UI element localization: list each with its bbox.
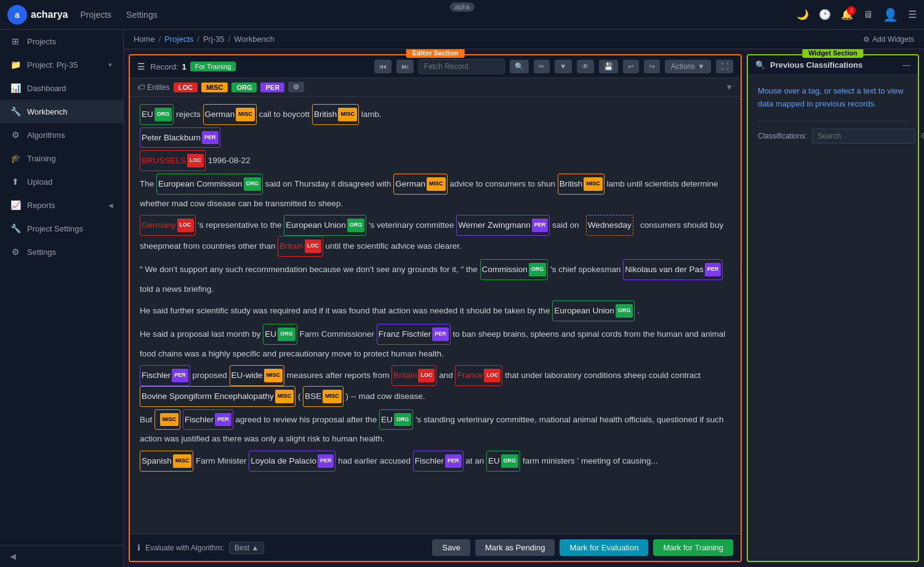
undo-btn[interactable]: ↩ bbox=[623, 60, 639, 73]
sidebar-item-training[interactable]: 🎓 Training bbox=[0, 147, 123, 170]
sidebar-item-dashboard[interactable]: 📊 Dashboard bbox=[0, 76, 123, 100]
entity-european-commission-org[interactable]: European CommissionORG bbox=[156, 174, 263, 195]
editor-section: Editor Section ☰ Record: 1 For Training … bbox=[129, 54, 742, 562]
sidebar-item-project-prj35[interactable]: 📁 Project: Prj-35 ▼ bbox=[0, 53, 123, 76]
settings-icon: ⚙ bbox=[10, 246, 21, 257]
entity-commission-org[interactable]: CommissionORG bbox=[480, 259, 548, 280]
entity-fischler-per2[interactable]: FischlerPER bbox=[183, 409, 233, 430]
widget-section-label: Widget Section bbox=[802, 49, 863, 58]
entity-fischler-per1[interactable]: FischlerPER bbox=[140, 365, 190, 386]
sidebar-item-workbench[interactable]: 🔧 Workbench bbox=[0, 100, 123, 123]
entity-british-misc1[interactable]: BritishMISC bbox=[312, 104, 359, 125]
entity-eu-org2[interactable]: EUORG bbox=[263, 324, 297, 345]
edit-btn[interactable]: ✏ bbox=[534, 60, 550, 73]
entity-bse-full-misc[interactable]: Bovine Spongiform EncephalopathyMISC bbox=[140, 386, 295, 407]
mark-eval-btn[interactable]: Mark for Evaluation bbox=[560, 539, 648, 556]
entity-eu-org1[interactable]: EUORG bbox=[140, 104, 174, 125]
tag-per[interactable]: PER bbox=[260, 82, 284, 92]
sidebar-item-settings[interactable]: ⚙ Settings bbox=[0, 240, 123, 263]
entity-german-misc1[interactable]: GermanMISC bbox=[203, 104, 257, 125]
entity-werner-per[interactable]: Werner ZwingmannPER bbox=[456, 215, 550, 236]
panels: Editor Section ☰ Record: 1 For Training … bbox=[124, 49, 924, 567]
tag-misc[interactable]: MISC bbox=[201, 82, 228, 92]
hamburger-icon[interactable]: ☰ bbox=[908, 9, 917, 20]
notification-bell[interactable]: 🔔 2 bbox=[841, 9, 853, 20]
tag-loc[interactable]: LOC bbox=[174, 82, 198, 92]
eye-btn[interactable]: 👁 bbox=[577, 60, 594, 73]
mark-train-btn[interactable]: Mark for Training bbox=[653, 539, 733, 556]
text-line-6: " We don't support any such recommendati… bbox=[140, 259, 731, 298]
algo-select-btn[interactable]: Best ▲ bbox=[229, 542, 264, 554]
entity-spanish-misc[interactable]: SpanishMISC bbox=[140, 451, 193, 472]
prev-record-btn[interactable]: ⏮ bbox=[374, 60, 392, 73]
classifications-search-input[interactable] bbox=[812, 129, 915, 143]
entity-european-union-org1[interactable]: European UnionORG bbox=[284, 215, 366, 236]
actions-btn[interactable]: Actions ▼ bbox=[665, 60, 711, 73]
alpha-badge: alpha bbox=[449, 2, 474, 12]
text-line-4: The European CommissionORG said on Thurs… bbox=[140, 174, 731, 212]
entity-franz-per[interactable]: Franz FischlerPER bbox=[377, 324, 451, 345]
save-icon-btn[interactable]: 💾 bbox=[599, 60, 618, 73]
clock-icon[interactable]: 🕐 bbox=[819, 9, 831, 20]
sidebar-item-reports[interactable]: 📈 Reports ◀ bbox=[0, 193, 123, 217]
sidebar-item-projects[interactable]: ⊞ Projects bbox=[0, 30, 123, 53]
widget-hint: Mouse over a tag, or select a text to vi… bbox=[758, 85, 908, 111]
entity-britain-loc2[interactable]: BritainLOC bbox=[392, 365, 436, 386]
reports-icon: 📈 bbox=[10, 199, 21, 211]
entity-german-misc2[interactable]: GermanMISC bbox=[393, 174, 447, 195]
search-filter-icon[interactable]: ⚙ bbox=[920, 131, 924, 140]
tags-collapse[interactable]: ▼ bbox=[725, 82, 733, 92]
sidebar-item-upload[interactable]: ⬆ Upload bbox=[0, 170, 123, 193]
entity-british-misc2[interactable]: BritishMISC bbox=[558, 174, 605, 195]
nav-settings[interactable]: Settings bbox=[126, 10, 158, 20]
widget-section: Widget Section 🔍 Previous Classification… bbox=[747, 54, 919, 562]
entity-eu-wide-misc[interactable]: EU-wideMISC bbox=[230, 365, 285, 386]
entity-peter-blackburn-per[interactable]: Peter BlackburnPER bbox=[140, 127, 220, 148]
info-icon: ℹ bbox=[137, 543, 140, 552]
widget-collapse-btn[interactable]: — bbox=[902, 60, 910, 70]
entity-wednesday-unk[interactable]: Wednesday bbox=[586, 215, 633, 236]
sidebar-collapse-btn[interactable]: ◀ bbox=[0, 545, 123, 567]
breadcrumb-projects[interactable]: Projects bbox=[164, 34, 193, 44]
user-avatar[interactable]: 👤 bbox=[883, 7, 898, 22]
entity-britain-loc1[interactable]: BritainLOC bbox=[278, 236, 323, 257]
project-chevron: ▼ bbox=[107, 62, 113, 68]
reports-chevron: ◀ bbox=[108, 202, 113, 209]
screen-icon[interactable]: 🖥 bbox=[863, 9, 873, 20]
fetch-record-input[interactable] bbox=[419, 59, 505, 74]
sidebar-item-algorithms[interactable]: ⚙ Algorithms bbox=[0, 123, 123, 147]
entity-eu-org3[interactable]: EUORG bbox=[379, 409, 413, 430]
save-btn[interactable]: Save bbox=[432, 539, 470, 556]
dark-mode-icon[interactable]: 🌙 bbox=[797, 9, 809, 20]
sidebar-label-project-settings: Project Settings bbox=[27, 224, 83, 233]
search-record-btn[interactable]: 🔍 bbox=[510, 60, 529, 73]
sidebar-label-training: Training bbox=[27, 154, 55, 163]
entity-but-misc[interactable]: MISC bbox=[155, 409, 180, 430]
entity-nikolaus-per[interactable]: Nikolaus van der PasPER bbox=[623, 259, 723, 280]
entity-fischler-per3[interactable]: FischlerPER bbox=[413, 451, 464, 472]
tag-settings[interactable]: ⚙ bbox=[288, 82, 304, 92]
next-record-btn[interactable]: ⏭ bbox=[396, 60, 414, 73]
entity-france-loc[interactable]: FranceLOC bbox=[455, 365, 502, 386]
entity-germany-loc[interactable]: GermanyLOC bbox=[140, 215, 196, 236]
tag-org[interactable]: ORG bbox=[231, 82, 257, 92]
algo-chevron: ▲ bbox=[251, 544, 259, 552]
breadcrumb-sep2: / bbox=[197, 34, 199, 44]
record-number: 1 bbox=[182, 62, 187, 71]
record-toolbar: ☰ Record: 1 For Training ⏮ ⏭ 🔍 ✏ ▼ 👁 💾 bbox=[130, 55, 741, 78]
add-widgets-btn[interactable]: ⚙ Add Widgets bbox=[863, 35, 914, 44]
sidebar-item-project-settings[interactable]: 🔧 Project Settings bbox=[0, 217, 123, 240]
entity-loyola-per[interactable]: Loyola de PalacioPER bbox=[249, 451, 335, 472]
entity-brussels-loc[interactable]: BRUSSELSLOC bbox=[140, 150, 206, 171]
app-logo[interactable]: a acharya bbox=[7, 5, 68, 25]
breadcrumb-home[interactable]: Home bbox=[134, 34, 155, 44]
redo-btn[interactable]: ↪ bbox=[644, 60, 660, 73]
entity-eu-org4[interactable]: EUORG bbox=[486, 451, 520, 472]
nav-projects[interactable]: Projects bbox=[81, 10, 112, 20]
entity-bse-misc[interactable]: BSEMISC bbox=[303, 386, 343, 407]
gear-icon: ⚙ bbox=[863, 35, 870, 44]
expand-btn[interactable]: ⛶ bbox=[716, 60, 733, 73]
entity-european-union-org2[interactable]: European UnionORG bbox=[552, 300, 635, 321]
edit-dropdown-btn[interactable]: ▼ bbox=[555, 60, 572, 73]
mark-pending-btn[interactable]: Mark as Pending bbox=[475, 539, 555, 556]
